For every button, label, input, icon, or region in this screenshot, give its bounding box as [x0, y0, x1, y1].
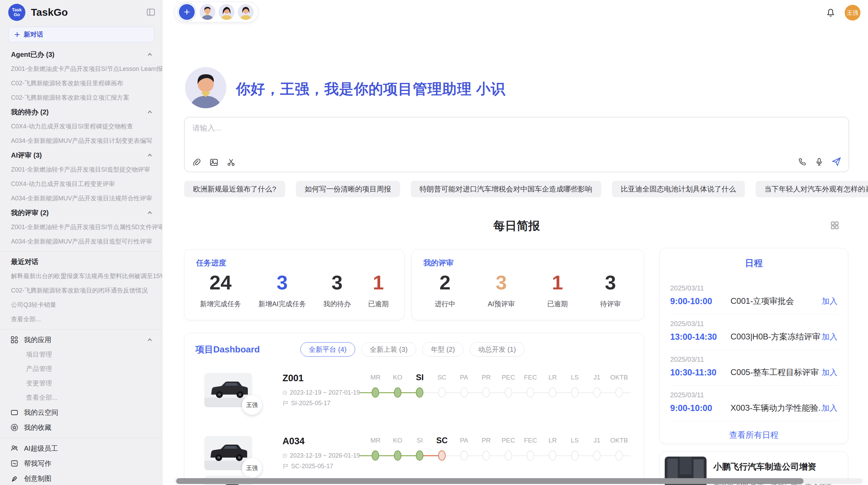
sidebar-item-creative-drawing[interactable]: 创意制图: [0, 471, 162, 485]
voice-call-icon[interactable]: [798, 157, 807, 166]
stat-value: 2: [435, 271, 455, 294]
people-icon: [10, 444, 19, 452]
filter-new-body[interactable]: 全新上装 (3): [361, 342, 416, 357]
chat-input[interactable]: [192, 123, 775, 150]
pen-nib-icon: [10, 474, 19, 483]
recent-chat-item[interactable]: C02-飞腾新能源轻客改款项目的闭环通告反馈情况: [0, 283, 162, 298]
section-label: 最近对话: [11, 257, 153, 266]
filter-powertrain[interactable]: 动总开发 (1): [470, 342, 525, 357]
horizontal-scrollbar[interactable]: [174, 478, 863, 484]
stat-value: 3: [488, 271, 515, 294]
scrollbar-thumb[interactable]: [176, 478, 804, 484]
join-button[interactable]: 加入: [822, 332, 837, 342]
send-icon[interactable]: [831, 157, 842, 167]
project-flag: SC-2025-05-17: [282, 463, 360, 470]
divider: [0, 438, 162, 438]
favorites-label: 我的收藏: [24, 423, 153, 432]
join-button[interactable]: 加入: [822, 403, 837, 413]
suggestion-chip[interactable]: 当下年轻人对汽车外观有怎样的喜好趋势: [756, 181, 868, 197]
stat-my-todo: 3 我的待办: [323, 271, 351, 309]
suggestion-chip[interactable]: 比亚迪全固态电池计划具体说了什么: [612, 181, 745, 197]
sidebar-task-item[interactable]: A034-全新新能源MUV产品开发项目造型可行性评审: [0, 234, 162, 249]
milestone-pa: PA: [453, 373, 475, 411]
microphone-icon[interactable]: [815, 157, 824, 166]
sidebar-task-item[interactable]: C0X4-动力总成开发项目SI里程碑提交物检查: [0, 119, 162, 134]
notification-bell-icon[interactable]: [825, 8, 836, 18]
event-title: C005-整车工程目标评审: [731, 367, 822, 378]
filter-model-year[interactable]: 年型 (2): [422, 342, 463, 357]
sidebar-item-cloud-space[interactable]: 我的云空间: [0, 405, 162, 420]
section-my-todo[interactable]: 我的待办 (2): [0, 105, 162, 119]
milestone-ls: LS: [564, 436, 586, 474]
suggestion-chip[interactable]: 欧洲新规最近颁布了什么?: [184, 181, 285, 197]
suggestion-chip[interactable]: 如何写一份清晰的项目周报: [296, 181, 400, 197]
sidebar-task-item[interactable]: Z001-全新燃油皮卡产品开发项目SI节点Lesson Learn报告: [0, 62, 162, 76]
sidebar-item-favorites[interactable]: 我的收藏: [0, 420, 162, 435]
milestone-track: MRKOSISCPAPRPECFECLRLSJ1OKTB: [360, 436, 633, 474]
avatar[interactable]: [200, 4, 215, 20]
sidebar-task-item[interactable]: C02-飞腾新能源轻客改款项目里程碑画布: [0, 76, 162, 90]
sidebar-task-item[interactable]: C0X4-动力总成开发项目工程变更评审: [0, 177, 162, 191]
sidebar-task-item[interactable]: A034-全新新能源MUV产品开发项目计划变更表编写: [0, 134, 162, 148]
event-title: X003-车辆动力学性能验...: [731, 402, 822, 413]
help-me-write-label: 帮我写作: [24, 459, 153, 468]
milestone-lr: LR: [542, 373, 564, 411]
project-row[interactable]: 王强 A034 2023-12-19 ~ 2026-01-19 SC-2025-…: [204, 436, 633, 474]
schedule-event: 2025/03/11 9:00-10:00 C001-立项审批会 加入: [670, 279, 837, 314]
clock-icon: [282, 453, 287, 459]
app-item-change-mgmt[interactable]: 变更管理: [0, 376, 162, 390]
avatar[interactable]: [219, 4, 234, 20]
user-avatar[interactable]: 王强: [845, 5, 860, 21]
attachment-icon[interactable]: [192, 158, 201, 167]
join-button[interactable]: 加入: [822, 367, 837, 378]
sidebar-item-help-me-write[interactable]: 帮我写作: [0, 456, 162, 471]
stat-value: 24: [200, 271, 241, 294]
suggestion-chip[interactable]: 特朗普可能对进口汽车增税会对中国车企造成哪些影响: [411, 181, 601, 197]
sidebar-item-my-apps[interactable]: 我的应用: [0, 332, 162, 347]
scissors-icon[interactable]: [227, 158, 236, 167]
sidebar-task-item[interactable]: C02-飞腾新能源轻客改款项目立项汇报方案: [0, 90, 162, 105]
divider: [0, 251, 162, 252]
add-conversation-button[interactable]: +: [179, 4, 195, 20]
stat-review-overdue: 1 已逾期: [547, 271, 568, 309]
event-date: 2025/03/11: [670, 391, 837, 399]
sidebar-task-item[interactable]: A034-全新新能源MUV产品开发项目法规符合性评审: [0, 191, 162, 206]
sidebar-task-item[interactable]: Z001-全新燃油轻卡产品开发项目SI节点属性5D文件评审: [0, 220, 162, 234]
image-upload-icon[interactable]: [209, 158, 218, 167]
sidebar-item-ai-super-staff[interactable]: AI超级员工: [0, 441, 162, 456]
recent-chat-item[interactable]: 公司Q3轻卡销量: [0, 298, 162, 312]
project-image: 王强: [204, 373, 252, 407]
new-chat-button[interactable]: 新对话: [8, 27, 154, 42]
milestone-oktb: OKTB: [608, 373, 630, 411]
section-agent-done[interactable]: Agent已办 (3): [0, 47, 162, 62]
join-button[interactable]: 加入: [822, 296, 837, 307]
event-date: 2025/03/11: [670, 320, 837, 328]
section-my-review[interactable]: 我的评审 (2): [0, 206, 162, 220]
chevron-up-icon: [146, 109, 153, 115]
filter-new-platform[interactable]: 全新平台 (4): [300, 342, 355, 357]
stat-value: 3: [323, 271, 351, 294]
avatar[interactable]: [238, 4, 254, 20]
recent-chat-item[interactable]: 解释最新出台的欧盟报废车法规再生塑料比例被调至15%...: [0, 269, 162, 283]
sidebar-collapse-icon[interactable]: [146, 8, 155, 17]
section-ai-review[interactable]: AI评审 (3): [0, 148, 162, 162]
view-all-schedule-link[interactable]: 查看所有日程: [729, 430, 779, 440]
section-recent-chats: 最近对话: [0, 254, 162, 269]
stat-overdue: 1 已逾期: [368, 271, 389, 309]
writing-icon: [10, 459, 19, 468]
dashboard-title: 项目Dashboard: [195, 344, 260, 356]
milestone-j1: J1: [586, 373, 608, 411]
milestone-pec: PEC: [497, 373, 520, 411]
app-item-view-all[interactable]: 查看全部...: [0, 390, 162, 405]
stat-label: 已逾期: [547, 299, 568, 309]
project-row[interactable]: 王强 Z001 2023-12-19 ~ 2027-01-19 SI-2025-…: [204, 373, 633, 411]
app-item-project-mgmt[interactable]: 项目管理: [0, 347, 162, 362]
schedule-event: 2025/03/11 13:00-14:30 C003|H0B-方案冻结评审 加…: [670, 314, 837, 350]
project-date-range: 2023-12-19 ~ 2027-01-19: [290, 389, 360, 396]
apps-grid-icon: [10, 336, 19, 344]
layout-grid-icon[interactable]: [830, 221, 839, 230]
sidebar-task-item[interactable]: Z001-全新燃油轻卡产品开发项目SI造型提交物评审: [0, 162, 162, 177]
recent-chat-view-all[interactable]: 查看全部...: [0, 312, 162, 326]
app-item-product-mgmt[interactable]: 产品管理: [0, 362, 162, 376]
new-chat-label: 新对话: [24, 30, 43, 39]
